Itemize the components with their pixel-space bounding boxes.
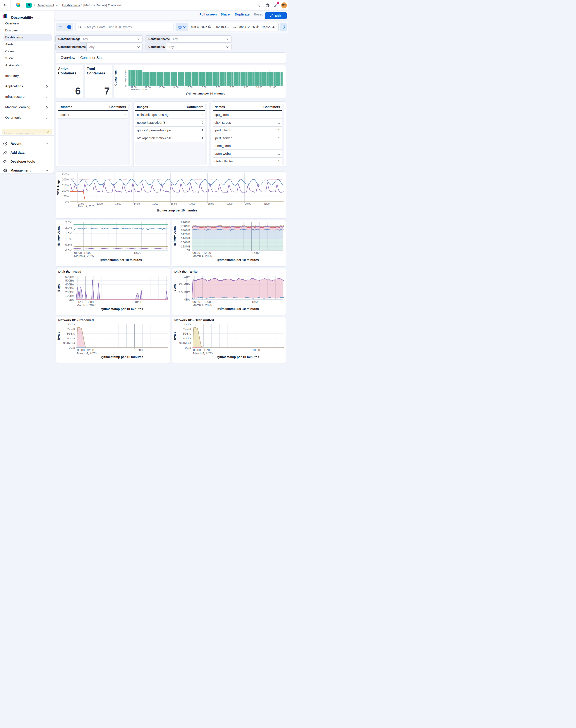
svg-text:11:00: 11:00 <box>78 202 84 205</box>
svg-text:15:00: 15:00 <box>186 86 193 89</box>
svg-text:128MB: 128MB <box>181 245 190 248</box>
svg-text:14:00: 14:00 <box>173 86 179 89</box>
svg-text:5GB/s: 5GB/s <box>66 323 75 326</box>
svg-text:06:00: 06:00 <box>193 251 200 254</box>
svg-text:4GB/s: 4GB/s <box>66 327 75 330</box>
svg-text:06:00: 06:00 <box>193 300 200 304</box>
svg-text:March 4, 2025: March 4, 2025 <box>78 205 94 207</box>
svg-text:384MB: 384MB <box>181 237 190 240</box>
svg-text:21:00: 21:00 <box>270 86 276 89</box>
svg-text:06:00: 06:00 <box>74 251 82 254</box>
svg-text:300B/s: 300B/s <box>65 286 75 290</box>
svg-text:March 4, 2025: March 4, 2025 <box>193 352 213 355</box>
svg-text:March 4, 2025: March 4, 2025 <box>74 254 94 258</box>
svg-text:3GB/s: 3GB/s <box>183 332 191 335</box>
svg-text:06:00: 06:00 <box>193 348 201 352</box>
svg-text:0B/s: 0B/s <box>184 298 190 301</box>
svg-text:16:00: 16:00 <box>171 202 177 205</box>
svg-text:0B: 0B <box>186 249 190 252</box>
svg-text:0.0%: 0.0% <box>65 249 72 252</box>
svg-text:19:00: 19:00 <box>227 202 233 205</box>
svg-text:12:00: 12:00 <box>204 348 211 352</box>
svg-text:16:00: 16:00 <box>201 86 207 89</box>
svg-text:18:00: 18:00 <box>135 300 142 304</box>
svg-text:15:00: 15:00 <box>152 202 159 205</box>
svg-text:100%: 100% <box>62 189 69 192</box>
svg-text:06:00: 06:00 <box>77 348 85 352</box>
svg-text:6: 6 <box>125 71 126 74</box>
svg-text:18:00: 18:00 <box>228 86 234 89</box>
svg-text:March 4, 2025: March 4, 2025 <box>77 352 97 355</box>
svg-text:@timestamp per 10 minutes: @timestamp per 10 minutes <box>217 355 259 359</box>
svg-text:@timestamp per 10 minutes: @timestamp per 10 minutes <box>101 307 143 311</box>
svg-text:954MB/s: 954MB/s <box>63 341 75 344</box>
svg-text:954MB/s: 954MB/s <box>179 283 191 286</box>
svg-text:768MB: 768MB <box>181 225 190 228</box>
svg-text:200B/s: 200B/s <box>65 290 75 294</box>
svg-text:06:00: 06:00 <box>77 300 84 304</box>
svg-text:@timestamp per 10 minutes: @timestamp per 10 minutes <box>101 355 143 359</box>
svg-text:2.5%: 2.5% <box>65 221 72 224</box>
svg-text:2GB/s: 2GB/s <box>66 336 75 340</box>
svg-text:March 4, 2025: March 4, 2025 <box>131 88 147 91</box>
svg-text:3: 3 <box>125 78 126 80</box>
svg-text:0.5%: 0.5% <box>65 243 72 246</box>
svg-text:Memory Usage: Memory Usage <box>173 225 176 247</box>
svg-text:4GB/s: 4GB/s <box>183 327 191 330</box>
svg-text:18:00: 18:00 <box>134 251 141 254</box>
svg-text:512MB: 512MB <box>181 233 190 236</box>
svg-text:@timestamp per 10 minutes: @timestamp per 10 minutes <box>217 258 259 262</box>
svg-text:March 4, 2025: March 4, 2025 <box>193 254 212 258</box>
svg-text:2.0%: 2.0% <box>65 226 72 229</box>
svg-text:0%: 0% <box>65 200 69 203</box>
svg-text:Containers: Containers <box>114 70 117 86</box>
svg-text:3GB/s: 3GB/s <box>66 332 75 335</box>
svg-text:20:00: 20:00 <box>256 86 262 89</box>
svg-text:100B/s: 100B/s <box>65 294 75 298</box>
svg-text:0: 0 <box>125 84 126 87</box>
svg-text:12:00: 12:00 <box>86 348 94 352</box>
svg-text:12:00: 12:00 <box>203 251 211 254</box>
svg-text:March 4, 2025: March 4, 2025 <box>193 303 212 307</box>
svg-text:Bytes: Bytes <box>57 284 60 292</box>
svg-text:Bytes: Bytes <box>173 283 176 291</box>
svg-text:18:00: 18:00 <box>253 348 260 352</box>
svg-text:@timestamp per 10 minutes: @timestamp per 10 minutes <box>157 208 198 212</box>
svg-text:18:00: 18:00 <box>135 348 143 352</box>
svg-text:250%: 250% <box>62 173 69 176</box>
svg-text:50%: 50% <box>63 195 69 198</box>
svg-text:18:00: 18:00 <box>252 251 260 254</box>
svg-text:1.0%: 1.0% <box>65 237 72 241</box>
svg-text:Network I/O - Transmitted: Network I/O - Transmitted <box>174 318 214 322</box>
svg-text:12:00: 12:00 <box>203 300 211 304</box>
svg-text:17:00: 17:00 <box>214 86 220 89</box>
svg-text:256MB: 256MB <box>181 241 190 244</box>
svg-text:2: 2 <box>125 80 126 83</box>
svg-text:0B/s: 0B/s <box>68 298 75 301</box>
svg-text:0B/s: 0B/s <box>185 346 191 349</box>
svg-text:18:00: 18:00 <box>252 300 259 304</box>
svg-text:500B/s: 500B/s <box>65 279 75 282</box>
svg-text:21:00: 21:00 <box>264 202 270 205</box>
svg-text:Bytes: Bytes <box>173 332 176 340</box>
svg-text:13:00: 13:00 <box>115 202 121 205</box>
svg-text:14:00: 14:00 <box>134 202 140 205</box>
svg-text:Network I/O - Received: Network I/O - Received <box>58 318 94 322</box>
svg-text:12:00: 12:00 <box>84 251 91 254</box>
svg-text:March 4, 2025: March 4, 2025 <box>77 304 96 307</box>
svg-text:400B/s: 400B/s <box>65 283 75 286</box>
svg-text:4: 4 <box>125 75 126 78</box>
svg-text:640MB: 640MB <box>181 229 190 232</box>
svg-text:@timestamp per 10 minutes: @timestamp per 10 minutes <box>100 258 142 262</box>
svg-text:Disk I/O - Write: Disk I/O - Write <box>174 270 198 274</box>
svg-text:13:00: 13:00 <box>159 86 165 89</box>
svg-text:@timestamp per 10 minutes: @timestamp per 10 minutes <box>186 92 225 95</box>
svg-text:600B/s: 600B/s <box>65 275 75 278</box>
svg-text:200%: 200% <box>62 178 69 181</box>
svg-text:20:00: 20:00 <box>245 202 251 205</box>
svg-text:896MB: 896MB <box>181 221 190 224</box>
svg-text:12:00: 12:00 <box>97 202 103 205</box>
svg-text:954MB/s: 954MB/s <box>179 341 191 344</box>
svg-text:CPU Usage: CPU Usage <box>57 179 60 195</box>
svg-text:5: 5 <box>125 73 126 76</box>
